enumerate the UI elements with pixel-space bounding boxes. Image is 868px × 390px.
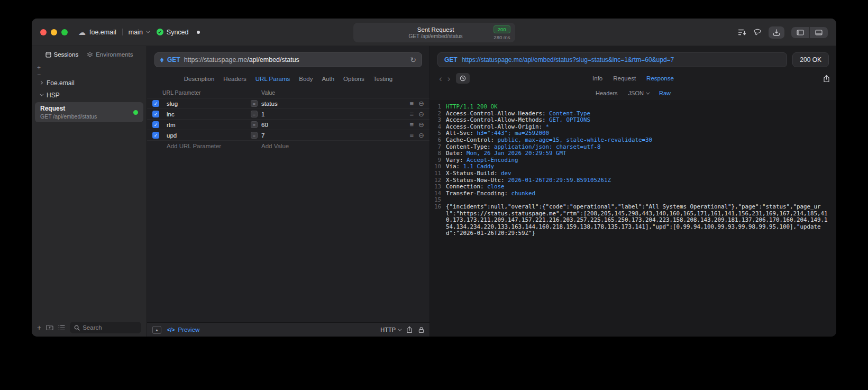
param-row[interactable]: ✓upd=7≡⊖ — [147, 130, 430, 141]
subtab-raw[interactable]: Raw — [659, 90, 671, 96]
param-checkbox-checked[interactable]: ✓ — [152, 111, 159, 117]
import-icon[interactable] — [769, 26, 784, 39]
tab-body[interactable]: Body — [299, 76, 313, 82]
sent-request-summary[interactable]: Sent Request GET /api/embed/status 200 2… — [353, 23, 515, 42]
sidebar-tree: Foe.email HSP Request GET /api/embed/sta… — [32, 77, 147, 319]
line-number: 16 — [430, 204, 446, 237]
param-value[interactable]: status — [258, 101, 410, 107]
code-line: 16{"incidents":null,"overall":{"code":"o… — [430, 204, 836, 237]
sync-status[interactable]: ✓ Synced — [157, 29, 189, 36]
request-pane: GET https://statuspage.me/api/embed/stat… — [147, 46, 430, 337]
param-name[interactable]: inc — [159, 111, 251, 117]
request-success-dot — [133, 110, 138, 115]
toggle-bottom-panel-icon[interactable] — [809, 27, 828, 38]
tree-group-hsp[interactable]: HSP — [32, 89, 147, 101]
row-menu-icon[interactable]: ≡ — [410, 121, 414, 128]
add-request-button[interactable]: + — [37, 324, 41, 331]
method-selector-icon[interactable] — [160, 58, 163, 62]
row-menu-icon[interactable]: ≡ — [410, 100, 414, 107]
tab-environments-label: Environments — [96, 51, 133, 58]
param-row-actions: ≡⊖ — [410, 100, 425, 107]
tab-sessions[interactable]: Sessions — [45, 51, 79, 58]
line-number: 13 — [430, 184, 446, 191]
lasso-icon[interactable] — [753, 29, 762, 36]
minimize-window-button[interactable] — [51, 29, 57, 35]
equals-icon: = — [251, 100, 258, 107]
remove-row-icon[interactable]: ⊖ — [418, 132, 424, 139]
resend-icon[interactable]: ↻ — [410, 56, 416, 64]
toggle-left-panel-icon[interactable] — [791, 27, 809, 38]
group-by-icon[interactable] — [58, 325, 65, 331]
param-row[interactable]: ✓rtm=60≡⊖ — [147, 120, 430, 130]
remove-row-icon[interactable]: ⊖ — [418, 121, 424, 128]
add-session-button[interactable]: + — [37, 65, 41, 70]
response-body[interactable]: 1HTTP/1.1 200 OK2Access-Control-Allow-He… — [430, 100, 836, 337]
collapse-editor-icon[interactable]: ▲ — [152, 326, 161, 334]
tab-auth[interactable]: Auth — [322, 76, 334, 82]
param-checkbox-checked[interactable]: ✓ — [152, 132, 159, 139]
param-checkbox-checked[interactable]: ✓ — [152, 121, 159, 128]
row-menu-icon[interactable]: ≡ — [410, 132, 414, 139]
tree-group-label: Foe.email — [47, 79, 75, 87]
subtab-headers[interactable]: Headers — [596, 90, 618, 96]
tab-response[interactable]: Response — [646, 75, 674, 81]
search-field[interactable]: Search — [70, 322, 141, 333]
close-window-button[interactable] — [40, 29, 47, 35]
param-row[interactable]: ✓slug=status≡⊖ — [147, 98, 430, 109]
param-value[interactable]: 60 — [258, 122, 410, 128]
branch-name: main — [129, 29, 143, 36]
param-value[interactable]: 7 — [258, 132, 410, 139]
tab-testing[interactable]: Testing — [373, 76, 392, 82]
param-row[interactable]: ✓inc=1≡⊖ — [147, 109, 430, 120]
zoom-window-button[interactable] — [61, 29, 68, 35]
remove-row-icon[interactable]: ⊖ — [418, 111, 424, 117]
export-icon[interactable] — [823, 75, 830, 83]
tab-headers[interactable]: Headers — [223, 76, 246, 82]
preview-button[interactable]: </> Preview — [167, 326, 199, 333]
tab-options[interactable]: Options — [343, 76, 364, 82]
line-number: 6 — [430, 137, 446, 144]
add-param-row[interactable]: Add URL Parameter Add Value — [147, 141, 430, 151]
param-name[interactable]: rtm — [159, 122, 251, 128]
add-param-name-placeholder[interactable]: Add URL Parameter — [152, 143, 251, 149]
share-icon[interactable] — [406, 326, 413, 333]
protocol-selector[interactable]: HTTP — [380, 326, 400, 333]
param-name[interactable]: slug — [159, 101, 251, 107]
param-value[interactable]: 1 — [258, 111, 410, 117]
tab-request[interactable]: Request — [613, 75, 636, 81]
request-list-item[interactable]: Request GET /api/embed/status — [35, 102, 143, 122]
tab-environments[interactable]: Environments — [87, 51, 133, 58]
request-url-bar[interactable]: GET https://statuspage.me/api/embed/stat… — [154, 52, 422, 67]
project-menu[interactable]: ☁ foe.email — [78, 29, 116, 36]
chevron-down-icon — [40, 93, 43, 96]
tree-group-foe-email[interactable]: Foe.email — [32, 77, 147, 89]
chevron-right-icon — [39, 81, 43, 85]
row-menu-icon[interactable]: ≡ — [410, 111, 414, 117]
tab-description[interactable]: Description — [184, 76, 215, 82]
sent-url-display[interactable]: GET https://statuspage.me/api/embed/stat… — [437, 52, 787, 67]
request-item-title: Request — [40, 105, 97, 112]
request-url-host[interactable]: https://statuspage.me — [184, 56, 248, 64]
app-window: ☁ foe.email main ✓ Synced Sent Request G… — [32, 19, 836, 337]
code-text: Transfer-Encoding: chunked — [446, 191, 836, 197]
request-method[interactable]: GET — [167, 56, 180, 64]
line-number: 8 — [430, 150, 446, 157]
param-name[interactable]: upd — [159, 132, 251, 139]
sort-filter-icon[interactable] — [738, 29, 746, 36]
add-param-value-placeholder[interactable]: Add Value — [251, 143, 424, 149]
remove-row-icon[interactable]: ⊖ — [418, 100, 424, 107]
remove-session-button[interactable]: − — [37, 72, 41, 77]
tab-info[interactable]: Info — [592, 75, 602, 81]
history-back-icon[interactable]: ‹ — [436, 74, 445, 83]
subtab-json[interactable]: JSON — [628, 90, 648, 96]
add-folder-icon[interactable] — [46, 324, 53, 331]
lock-icon[interactable] — [418, 326, 424, 333]
branch-selector[interactable]: main — [129, 29, 149, 36]
tab-url-params[interactable]: URL Params — [255, 76, 290, 82]
titlebar-divider — [122, 29, 123, 35]
history-clock-icon[interactable] — [456, 73, 470, 84]
param-checkbox-checked[interactable]: ✓ — [152, 100, 159, 107]
request-url-path[interactable]: /api/embed/status — [247, 56, 299, 64]
history-forward-icon[interactable]: › — [445, 74, 453, 83]
param-row-actions: ≡⊖ — [410, 111, 425, 117]
